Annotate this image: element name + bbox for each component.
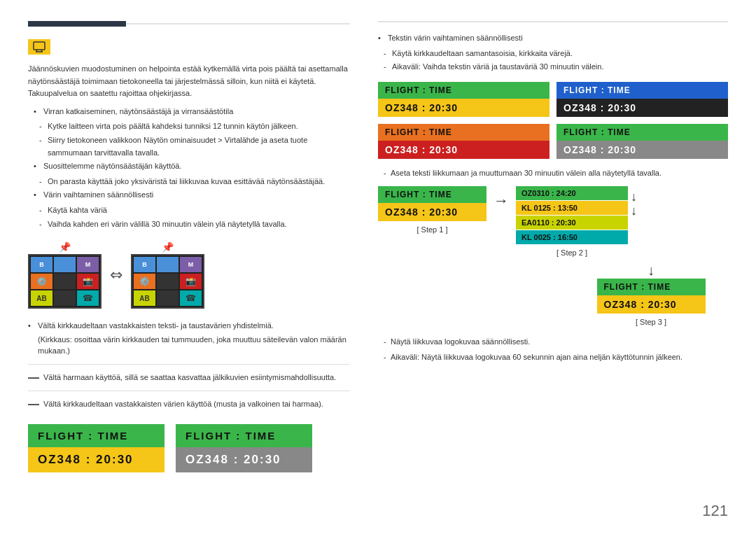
step-forward-arrow: → (493, 192, 509, 210)
step-note: Aseta teksti liikkumaan ja muuttumaan 30… (378, 167, 728, 180)
sub-bullet-2-1: On parasta käyttää joko yksiväristä tai … (34, 176, 350, 188)
header-bar-light (126, 23, 350, 24)
flight-box-gray-body: OZ348 : 20:30 (176, 447, 312, 472)
bottom-notes-section: Näytä liikkuvaa logokuvaa säännöllisesti… (378, 336, 728, 363)
flight-grid-box-4: FLIGHT : TIME OZ348 : 20:30 (556, 124, 728, 159)
flight-grid-2x2: FLIGHT : TIME OZ348 : 20:30 FLIGHT : TIM… (378, 82, 728, 159)
sub-bullet-3-1: Käytä kahta väriä (34, 204, 350, 217)
step-diagram: FLIGHT : TIME OZ348 : 20:30 [ Step 1 ] →… (378, 186, 728, 257)
flight-grid-box-2: FLIGHT : TIME OZ348 : 20:30 (556, 82, 728, 117)
sub-bullet-1-2: Siirry tietokoneen valikkoon Näytön omin… (34, 134, 350, 159)
step3-label: [ Step 3 ] (636, 318, 666, 326)
divider-2 (28, 391, 350, 391)
left-column: Jäännöskuvien muodostuminen on helpointa… (28, 21, 371, 513)
divider-1 (28, 364, 350, 365)
screen-right: 📌 B M ⚙️ 📸 AB ☎ (131, 241, 204, 309)
swap-arrow: ⇔ (110, 266, 122, 284)
step3-flight-box: FLIGHT : TIME OZ348 : 20:30 (597, 279, 706, 314)
grid-box-3-body: OZ348 : 20:30 (378, 141, 550, 159)
main-description: Jäännöskuvien muodostuminen on helpointa… (28, 63, 350, 100)
sub-bullet-1-1: Kytke laitteen virta pois päältä kahdeks… (34, 120, 350, 133)
step2-row-3: EA0110 : 20:30 (516, 216, 628, 230)
step3-header: FLIGHT : TIME (597, 279, 706, 295)
flight-box-green-body: OZ348 : 20:30 (28, 447, 164, 472)
grid-box-3-header: FLIGHT : TIME (378, 124, 550, 141)
warning-2: — Vältä harmaan käyttöä, sillä se saatta… (28, 372, 350, 384)
step1-flight-box: FLIGHT : TIME OZ348 : 20:30 (378, 186, 486, 221)
warning-1: Vältä kirkkaudeltaan vastakkaisten tekst… (28, 320, 350, 332)
warning-1-sub: (Kirkkaus: osoittaa värin kirkkauden tai… (28, 334, 350, 357)
down-arrow-2: ↓ (631, 204, 637, 218)
flight-grid-box-1: FLIGHT : TIME OZ348 : 20:30 (378, 82, 550, 117)
grid-box-2-header: FLIGHT : TIME (556, 82, 728, 99)
step2-row-4: KL 0025 : 16:50 (516, 230, 628, 244)
sub-bullet-3-2: Vaihda kahden eri värin välillä 30 minuu… (34, 218, 350, 231)
header-bar-dark (28, 21, 126, 27)
pin-icon-right: 📌 (162, 241, 174, 253)
pin-icon-left: 📌 (59, 241, 71, 253)
bottom-flight-boxes: FLIGHT : TIME OZ348 : 20:30 FLIGHT : TIM… (28, 424, 350, 472)
flight-box-gray-header: FLIGHT : TIME (176, 424, 312, 447)
section-header (28, 21, 350, 27)
bullets-section: Virran katkaiseminen, näytönsäästäjä ja … (28, 106, 350, 230)
step1-label: [ Step 1 ] (416, 225, 447, 234)
grid-box-4-body: OZ348 : 20:30 (556, 141, 728, 159)
flight-box-gray: FLIGHT : TIME OZ348 : 20:30 (176, 424, 312, 472)
bullet-2: Suosittelemme näytönsäästäjän käyttöä. (34, 160, 350, 173)
text-color-title: Tekstin värin vaihtaminen säännöllisesti (378, 32, 728, 45)
right-top-divider (378, 21, 728, 22)
down-arrows: ↓ ↓ (631, 190, 637, 218)
flight-box-green: FLIGHT : TIME OZ348 : 20:30 (28, 424, 164, 472)
grid-box-2-body: OZ348 : 20:30 (556, 99, 728, 117)
monitor-icon-box (28, 39, 50, 55)
bottom-note-2: Aikaväli: Näytä liikkuvaa logokuvaa 60 s… (378, 351, 728, 364)
step1-header: FLIGHT : TIME (378, 186, 486, 203)
down-arrow-1: ↓ (631, 190, 637, 204)
flight-grid-box-3: FLIGHT : TIME OZ348 : 20:30 (378, 124, 550, 159)
step2-row-2: KL 0125 : 13:50 (516, 201, 628, 215)
step2-container: OZ0310 : 24:20 KL 0125 : 13:50 EA0110 : … (516, 186, 628, 257)
screen-swap-diagram: 📌 B M ⚙️ 📸 AB ☎ ⇔ 📌 B (28, 241, 350, 309)
step1-container: FLIGHT : TIME OZ348 : 20:30 [ Step 1 ] (378, 186, 486, 234)
step2-area: OZ0310 : 24:20 KL 0125 : 13:50 EA0110 : … (516, 186, 637, 257)
step2-label: [ Step 2 ] (556, 248, 587, 257)
grid-box-4-header: FLIGHT : TIME (556, 124, 728, 141)
bottom-note-1: Näytä liikkuvaa logokuvaa säännöllisesti… (378, 336, 728, 349)
page-number: 121 (702, 502, 728, 520)
step2-row-1: OZ0310 : 24:20 (516, 186, 628, 200)
step3-area: ↓ FLIGHT : TIME OZ348 : 20:30 [ Step 3 ] (574, 262, 728, 326)
flight-box-green-header: FLIGHT : TIME (28, 424, 164, 447)
text-color-sub-2: Aikaväli: Vaihda tekstin väriä ja tausta… (378, 61, 728, 73)
bullet-1: Virran katkaiseminen, näytönsäästäjä ja … (34, 106, 350, 118)
warning-section: Vältä kirkkaudeltaan vastakkaisten tekst… (28, 320, 350, 357)
warning-3: — Vältä kirkkaudeltaan vastakkaisten vär… (28, 398, 350, 410)
grid-box-1-body: OZ348 : 20:30 (378, 99, 550, 117)
grid-box-1-header: FLIGHT : TIME (378, 82, 550, 99)
right-column: Tekstin värin vaihtaminen säännöllisesti… (371, 21, 728, 513)
step2-flight-box: OZ0310 : 24:20 KL 0125 : 13:50 EA0110 : … (516, 186, 628, 244)
bullet-3: Värin vaihtaminen säännöllisesti (34, 189, 350, 202)
svg-rect-0 (34, 42, 45, 50)
screen-left: 📌 B M ⚙️ 📸 AB ☎ (28, 241, 102, 309)
step3-body: OZ348 : 20:30 (597, 295, 706, 314)
step1-body: OZ348 : 20:30 (378, 203, 486, 221)
text-color-section: Tekstin värin vaihtaminen säännöllisesti… (378, 32, 728, 73)
step3-down-arrow: ↓ (648, 262, 654, 279)
text-color-sub-1: Käytä kirkkaudeltaan samantasoisia, kirk… (378, 48, 728, 60)
